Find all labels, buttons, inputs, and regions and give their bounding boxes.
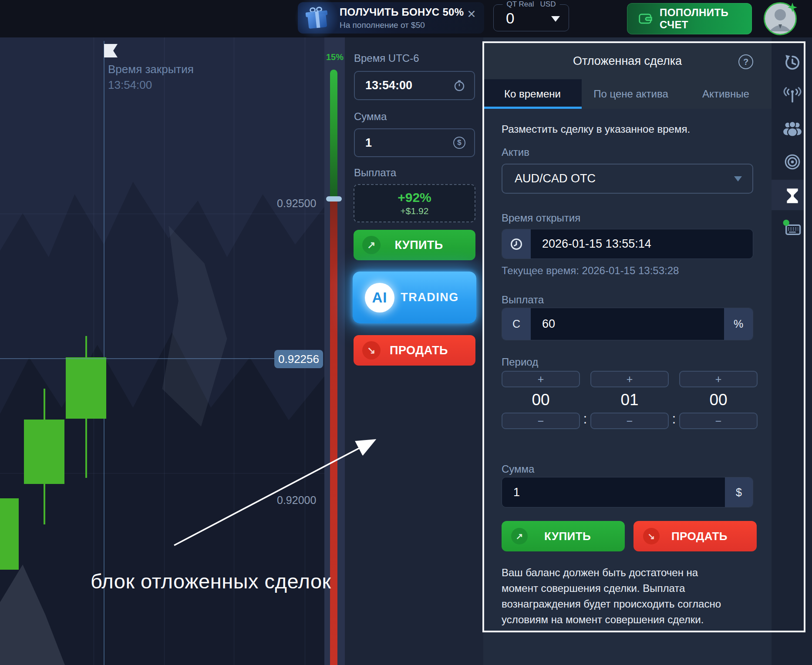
right-sidebar xyxy=(772,37,812,665)
time-separator: : xyxy=(580,411,590,427)
ai-trading-label: TRADING xyxy=(394,291,465,304)
arrow-down-right-icon: ↘ xyxy=(643,528,660,544)
progress-bar-red xyxy=(330,202,337,665)
dollar-suffix: $ xyxy=(725,477,753,507)
period-label: Период xyxy=(502,356,538,368)
buy-button[interactable]: ↗ КУПИТЬ xyxy=(354,230,475,260)
closing-time-flag-icon[interactable] xyxy=(104,44,118,57)
sell-button[interactable]: ↘ ПРОДАТЬ xyxy=(354,335,475,366)
amount-value: 1 xyxy=(365,136,453,150)
pending-trades-hourglass-icon[interactable] xyxy=(783,186,802,205)
panel-sell-button[interactable]: ↘ ПРОДАТЬ xyxy=(633,521,757,551)
expiration-time-value: 13:54:00 xyxy=(365,79,453,92)
chevron-down-icon xyxy=(734,176,742,181)
progress-bar-green xyxy=(330,70,337,197)
current-price-badge: 0.92256 xyxy=(274,350,323,368)
hours-decrement-button[interactable]: − xyxy=(502,413,580,429)
price-axis-label: 0.92500 xyxy=(277,197,316,210)
gift-icon xyxy=(303,4,331,32)
payout-box: +92% +$1.92 xyxy=(354,184,475,222)
panel-title: Отложенная сделка xyxy=(573,54,682,68)
social-trading-users-icon[interactable] xyxy=(783,119,802,138)
timer-icon[interactable] xyxy=(453,80,465,92)
bonus-banner[interactable]: ПОЛУЧИТЬ БОНУС 50% На пополнение от $50 xyxy=(298,2,484,34)
hours-value: 00 xyxy=(502,391,580,409)
account-type-label: QT RealUSD xyxy=(503,0,560,9)
panel-amount-input[interactable]: 1 $ xyxy=(502,477,753,507)
tab-active-trades[interactable]: Активные xyxy=(680,79,772,109)
candlestick xyxy=(66,336,106,478)
open-time-input[interactable]: 2026-01-15 13:55:14 xyxy=(502,229,753,259)
panel-description: Разместить сделку в указанное время. xyxy=(502,123,690,135)
signals-antenna-icon[interactable] xyxy=(783,86,802,105)
panel-payout-label: Выплата xyxy=(502,294,544,306)
amount-input[interactable]: 1 $ xyxy=(354,128,475,157)
pending-trade-panel: Отложенная сделка ? Ко времени По цене а… xyxy=(483,37,772,665)
balance-note: Ваш баланс должен быть достаточен на мом… xyxy=(502,565,724,628)
ai-logo-icon: AI xyxy=(365,283,394,312)
seconds-value: 00 xyxy=(679,391,758,409)
payout-input[interactable]: С 60 % xyxy=(502,308,753,340)
current-price-line xyxy=(0,358,275,359)
top-bar: ПОЛУЧИТЬ БОНУС 50% На пополнение от $50 … xyxy=(0,0,812,37)
payout-label: Выплата xyxy=(354,167,396,179)
amount-label: Сумма xyxy=(354,111,387,123)
panel-sell-label: ПРОДАТЬ xyxy=(660,530,739,543)
open-time-value: 2026-01-15 13:55:14 xyxy=(531,229,753,259)
seconds-increment-button[interactable]: + xyxy=(679,371,758,387)
candlestick xyxy=(0,485,19,596)
buy-button-label: КУПИТЬ xyxy=(381,238,457,252)
deposit-button[interactable]: ПОПОЛНИТЬ СЧЕТ xyxy=(627,3,752,34)
trade-history-icon[interactable] xyxy=(783,53,802,72)
hotkeys-keyboard-icon[interactable] xyxy=(783,218,802,238)
close-icon[interactable]: ✕ xyxy=(465,7,478,20)
current-time-text: Текущее время: 2026-01-15 13:53:28 xyxy=(502,265,679,277)
help-icon[interactable]: ? xyxy=(738,54,753,69)
open-time-label: Время открытия xyxy=(502,212,580,224)
annotation-label: блок отложенных сделок xyxy=(91,569,331,593)
payout-prefix: С xyxy=(502,308,531,340)
panel-buy-button[interactable]: ↗ КУПИТЬ xyxy=(502,521,625,551)
grid-line-horizontal xyxy=(0,214,324,214)
bonus-title: ПОЛУЧИТЬ БОНУС 50% xyxy=(340,6,464,18)
hours-increment-button[interactable]: + xyxy=(502,371,580,387)
payout-amount: +$1.92 xyxy=(401,206,429,216)
panel-header: Отложенная сделка ? xyxy=(483,43,772,79)
panel-buy-label: КУПИТЬ xyxy=(528,530,607,543)
panel-amount-label: Сумма xyxy=(502,463,534,475)
bonus-subtitle: На пополнение от $50 xyxy=(340,20,464,30)
time-separator: : xyxy=(669,411,679,427)
payout-percent: +92% xyxy=(398,190,431,205)
seconds-decrement-button[interactable]: − xyxy=(679,413,758,429)
percent-suffix: % xyxy=(724,308,753,340)
online-indicator xyxy=(783,220,789,226)
tournaments-target-icon[interactable] xyxy=(783,152,802,171)
progress-slider-handle[interactable] xyxy=(326,196,342,202)
asset-label: Актив xyxy=(502,146,529,158)
tab-by-time[interactable]: Ко времени xyxy=(483,79,582,109)
arrow-up-right-icon: ↗ xyxy=(362,236,381,254)
closing-time-value: 13:54:00 xyxy=(108,78,152,92)
trading-app: Время закрытия 13:54:00 0.92500 0.92000 … xyxy=(0,0,812,665)
chevron-down-icon xyxy=(551,16,560,22)
wallet-icon xyxy=(638,12,653,26)
candlestick xyxy=(24,389,64,524)
expiration-time-input[interactable]: 13:54:00 xyxy=(354,71,475,100)
sell-button-label: ПРОДАТЬ xyxy=(381,344,457,357)
dollar-icon[interactable]: $ xyxy=(453,137,465,149)
ai-trading-button[interactable]: AI TRADING xyxy=(353,272,476,323)
trade-controls-column: Время UTC-6 13:54:00 Сумма 1 $ Выплата +… xyxy=(345,37,483,665)
arrow-down-right-icon: ↘ xyxy=(362,341,381,359)
minutes-decrement-button[interactable]: − xyxy=(590,413,669,429)
asset-dropdown[interactable]: AUD/CAD OTC xyxy=(502,164,753,194)
minutes-increment-button[interactable]: + xyxy=(590,371,669,387)
arrow-up-right-icon: ↗ xyxy=(511,528,528,544)
asset-value: AUD/CAD OTC xyxy=(515,172,734,185)
closing-time-label: Время закрытия xyxy=(108,63,194,76)
panel-amount-value: 1 xyxy=(502,477,725,507)
price-axis-label: 0.92000 xyxy=(277,494,316,507)
clock-icon[interactable] xyxy=(502,229,531,259)
tab-by-asset-price[interactable]: По цене актива xyxy=(582,79,680,109)
account-selector[interactable]: QT RealUSD 0 xyxy=(493,4,569,31)
panel-tabs: Ко времени По цене актива Активные xyxy=(483,79,772,109)
